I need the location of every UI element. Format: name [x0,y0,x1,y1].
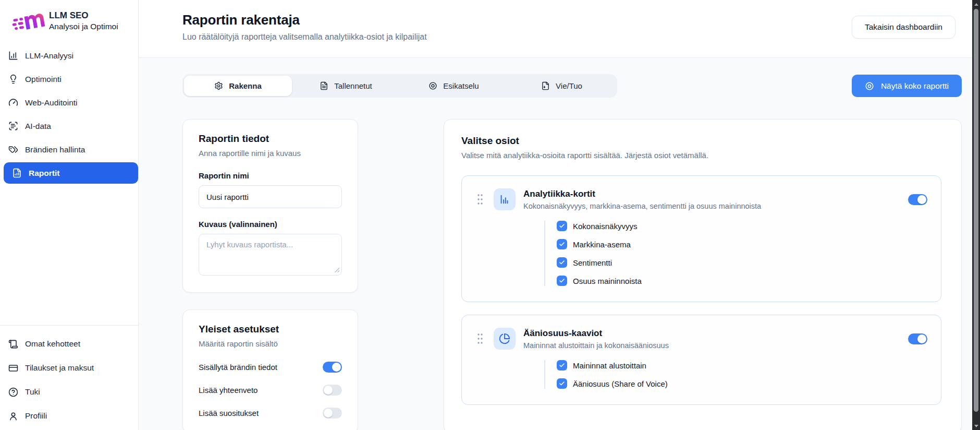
section-icon-badge [494,188,516,210]
section-description: Maininnat alustoittain ja kokonaisäänios… [523,341,908,350]
sidebar-item-profiili[interactable]: Profiili [0,404,138,428]
report-description-label: Kuvaus (valinnainen) [199,220,342,229]
brand-name: LLM SEO [49,10,118,21]
sidebar-item-label: Omat kehotteet [25,339,80,349]
sidebar-item-label: Web-Auditointi [25,98,78,108]
toggle-row-brand-info: Sisällytä brändin tiedot [199,362,342,373]
toggle-row-summary: Lisää yhteenveto [199,385,342,396]
sidebar-item-web-auditointi[interactable]: Web-Auditointi [0,91,138,114]
main-area: Raportin rakentaja Luo räätälöityjä rapo… [139,0,980,430]
section-card-aaniosuus-kaaviot: Ääniosuus-kaaviot Maininnat alustoittain… [461,315,941,405]
report-name-label: Raportin nimi [199,171,342,180]
show-full-report-button[interactable]: Näytä koko raportti [852,75,962,97]
tab-label: Esikatselu [443,81,479,90]
toggle-knob [332,363,341,372]
toggle-knob [324,409,333,417]
card-title: Yleiset asetukset [199,324,342,335]
section-toggle[interactable] [908,333,927,344]
tab-esikatselu[interactable]: Esikatselu [400,76,508,96]
eye-icon [428,81,437,90]
eye-icon [865,81,874,91]
gauge-icon [8,98,18,108]
sidebar-item-label: Tilaukset ja maksut [25,363,94,373]
sidebar-item-tuki[interactable]: Tuki [0,380,138,404]
section-icon-badge [494,328,516,350]
app-logo [9,6,46,35]
option-aaniosuus-sov[interactable]: Ääniosuus (Share of Voice) [557,378,927,389]
sidebar-item-label: Optimointi [25,75,62,84]
tab-rakenna[interactable]: Rakenna [184,76,292,96]
scan-text-icon [8,121,18,131]
scrollbar-up-arrow-icon[interactable] [972,0,980,8]
option-sentimentti[interactable]: Sentimentti [557,257,927,268]
grip-vertical-icon [476,194,484,205]
sidebar-item-raportit[interactable]: Raportit [4,162,138,184]
drag-handle[interactable] [476,333,484,344]
tags-icon [8,145,18,154]
toggle-label: Sisällytä brändin tiedot [199,363,277,372]
section-card-analytiikka-kortit: Analytiikka-kortit Kokonaisnäkyvyys, mar… [461,175,941,302]
brand-info-toggle[interactable] [323,362,342,373]
checkbox-checked-icon [557,360,567,371]
option-label: Kokonaisnäkyvyys [573,222,637,231]
pie-chart-icon [499,333,510,344]
report-description-textarea[interactable] [199,234,342,276]
sidebar-item-llm-analyysi[interactable]: LLM-Analyysi [0,44,138,67]
grip-vertical-icon [476,333,484,344]
option-label: Osuus maininnoista [573,277,642,285]
checkbox-checked-icon [557,239,567,249]
section-head: Analytiikka-kortit Kokonaisnäkyvyys, mar… [476,188,927,210]
left-column: Raportin tiedot Anna raportille nimi ja … [182,119,358,430]
sidebar-item-label: Profiili [25,411,47,421]
report-name-input[interactable] [199,185,342,208]
sidebar-item-label: AI-data [25,122,51,131]
option-maininnat-alustoittain[interactable]: Maininnat alustoittain [557,360,927,371]
sidebar-spacer [0,185,138,325]
scrollbar-thumb[interactable] [974,9,978,412]
vertical-scrollbar[interactable] [972,0,980,430]
section-head: Ääniosuus-kaaviot Maininnat alustoittain… [476,328,927,350]
sidebar-item-label: Tuki [25,387,40,397]
section-toggle[interactable] [908,194,927,205]
toggle-label: Lisää suositukset [199,409,259,417]
card-title: Raportin tiedot [199,133,342,145]
bar-chart-icon [8,51,18,61]
toggle-knob [917,335,926,343]
toggle-label: Lisää yhteenveto [199,386,258,395]
sidebar-item-ai-data[interactable]: AI-data [0,114,138,138]
option-osuus-maininnoista[interactable]: Osuus maininnoista [557,276,927,286]
section-description: Kokonaisnäkyvyys, markkina-asema, sentim… [523,202,908,210]
sidebar-item-optimointi[interactable]: Optimointi [0,67,138,91]
toggle-row-recommendations: Lisää suositukset [199,408,342,419]
sidebar-nav: LLM-Analyysi Optimointi Web-Auditointi A… [0,43,138,185]
scroll-icon [8,339,18,349]
recommendations-toggle[interactable] [323,408,342,419]
sidebar-item-omat-kehotteet[interactable]: Omat kehotteet [0,332,138,356]
tab-tallennetut[interactable]: Tallennetut [292,76,400,96]
panel-subtitle: Valitse mitä analytiikka-osioita raportt… [461,151,941,160]
tab-label: Tallennetut [334,81,372,90]
drag-handle[interactable] [476,194,484,205]
checkbox-checked-icon [557,378,567,389]
help-circle-icon [8,387,18,397]
sidebar-item-tilaukset[interactable]: Tilaukset ja maksut [0,356,138,380]
section-options: Kokonaisnäkyvyys Markkina-asema Sentimen… [544,221,927,286]
tab-vie-tuo[interactable]: Vie/Tuo [508,76,616,96]
content-area: Rakenna Tallennetut Esikatselu Vie/Tuo N… [139,58,980,430]
option-label: Maininnat alustoittain [573,361,646,370]
option-markkina-asema[interactable]: Markkina-asema [557,239,927,249]
gear-icon [214,81,223,90]
panel-title: Valitse osiot [461,135,941,147]
option-label: Markkina-asema [573,240,631,249]
section-options: Maininnat alustoittain Ääniosuus (Share … [544,360,927,389]
summary-toggle[interactable] [323,385,342,396]
scrollbar-down-arrow-icon[interactable] [972,422,980,430]
option-kokonaisnakyvyys[interactable]: Kokonaisnäkyvyys [557,221,927,231]
tab-group: Rakenna Tallennetut Esikatselu Vie/Tuo [182,74,617,98]
sidebar-item-brandien-hallinta[interactable]: Brändien hallinta [0,138,138,161]
back-to-dashboard-button[interactable]: Takaisin dashboardiin [852,16,956,39]
sidebar-item-label: Raportit [29,169,59,178]
file-chart-icon [12,168,22,178]
checkbox-checked-icon [557,276,567,286]
card-subtitle: Määritä raportin sisältö [199,339,342,348]
